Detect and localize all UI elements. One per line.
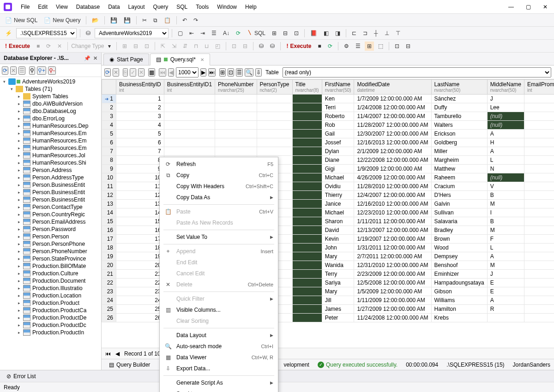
execute-button-2[interactable]: ! Execute bbox=[284, 42, 313, 51]
first-page-button[interactable]: ⏮ bbox=[159, 68, 166, 77]
grid-view-button[interactable]: ▦ bbox=[148, 68, 155, 77]
menu-tools[interactable]: Tools bbox=[192, 2, 213, 12]
tree-item-32[interactable]: ▸Production.ProductIn bbox=[0, 329, 101, 336]
tb-btn[interactable]: ⇱ bbox=[158, 42, 168, 51]
tree-item-8[interactable]: ▸HumanResources.Jol bbox=[0, 152, 101, 159]
column-BusinessEntityID[interactable]: BusinessEntityIDint bbox=[116, 80, 164, 95]
export-button[interactable]: ⇩ bbox=[255, 68, 262, 77]
close-icon[interactable]: ✕ bbox=[93, 55, 97, 61]
menu-file[interactable]: File bbox=[17, 2, 34, 12]
tb-btn[interactable]: ⇥ bbox=[198, 29, 207, 38]
first-record-button[interactable]: ⏮ bbox=[105, 350, 111, 357]
tree-item-22[interactable]: ▸Person.StateProvince bbox=[0, 255, 101, 262]
tree-item-24[interactable]: ▸Production.Culture bbox=[0, 270, 101, 277]
tb-btn[interactable]: ▢ bbox=[175, 29, 185, 38]
menu-item-data-viewer[interactable]: ▦Data ViewerCtrl+W, R bbox=[160, 352, 278, 363]
properties-button[interactable]: ☰ bbox=[18, 66, 25, 75]
menu-edit[interactable]: Edit bbox=[34, 2, 52, 12]
tree-item-31[interactable]: ▸Production.ProductDc bbox=[0, 321, 101, 329]
refresh-grid-button[interactable]: ⟳ bbox=[104, 68, 111, 77]
apply-button[interactable]: ✓ bbox=[130, 68, 136, 77]
tb-btn[interactable]: ⊞ bbox=[365, 42, 374, 51]
cancel-grid-button[interactable]: ✕ bbox=[113, 68, 119, 77]
menu-item-auto-search-mode[interactable]: 🔍Auto-search modeCtrl+I bbox=[160, 341, 278, 352]
stop-button[interactable]: ■ bbox=[315, 42, 323, 51]
tb-btn[interactable]: ◨ bbox=[333, 29, 343, 38]
table-row[interactable]: 66Jossef12/16/2013 12:00:00.000 AMGoldbe… bbox=[102, 138, 554, 147]
refresh-tree-button[interactable]: ⟳ bbox=[2, 66, 8, 75]
database-combo[interactable]: AdventureWorks2019 bbox=[95, 28, 169, 38]
column-FirstName[interactable]: FirstNamenvarchar(50) bbox=[322, 80, 354, 95]
tree-item-10[interactable]: ▸Person.Address bbox=[0, 166, 101, 174]
menu-item-send-to[interactable]: Send to▶ bbox=[160, 388, 278, 392]
tree-item-1[interactable]: ▸dbo.AWBuildVersion bbox=[0, 100, 101, 107]
table-row[interactable]: 33Roberto11/4/2007 12:00:00.000 AMTambur… bbox=[102, 112, 554, 121]
tree-item-13[interactable]: ▸Person.BusinessEntit bbox=[0, 189, 101, 196]
table-row[interactable]: 55Gail12/30/2007 12:00:00.000 AMErickson… bbox=[102, 130, 554, 138]
new-query-button[interactable]: 📄 New Query bbox=[42, 16, 83, 25]
menu-item-data-layout[interactable]: Data Layout▶ bbox=[160, 330, 278, 341]
tree-item-23[interactable]: ▸Production.BillOfMate bbox=[0, 262, 101, 270]
tb-btn[interactable]: ⛁ bbox=[268, 42, 277, 51]
close-button[interactable]: ✕ bbox=[540, 3, 550, 11]
table-row[interactable]: ➔ 11Ken1/7/2009 12:00:00.000 AMSánchezJ0 bbox=[102, 95, 554, 103]
menu-item-generate-script-as[interactable]: Generate Script As▶ bbox=[160, 377, 278, 388]
tb-btn[interactable]: ⊏ bbox=[349, 29, 359, 38]
column-EmailPromotion[interactable]: EmailPromotionint bbox=[524, 80, 554, 95]
table-row[interactable]: 77Dylan2/1/2009 12:00:00.000 AMMillerA2 bbox=[102, 147, 554, 156]
tb-btn[interactable]: ⬚ bbox=[376, 42, 385, 51]
menu-sql[interactable]: SQL bbox=[172, 2, 192, 12]
column-LastName[interactable]: LastNamenvarchar(50) bbox=[431, 80, 487, 95]
tree-item-28[interactable]: ▸Production.Product bbox=[0, 299, 101, 307]
tb-btn[interactable]: ⊟ bbox=[403, 42, 413, 51]
query-builder-tab[interactable]: ▤ Query Builder bbox=[105, 360, 154, 369]
column-PersonType[interactable]: PersonTypenchar(2) bbox=[257, 80, 292, 95]
tb-btn[interactable]: ⇲ bbox=[169, 42, 179, 51]
tree-item-6[interactable]: ▸HumanResources.Em bbox=[0, 137, 101, 144]
reject-button[interactable]: ✕ bbox=[138, 68, 145, 77]
next-page-button[interactable]: ▶ bbox=[200, 68, 206, 77]
tree-item-18[interactable]: ▸Person.Password bbox=[0, 226, 101, 233]
refresh-schema-button[interactable]: ⟳ bbox=[234, 29, 243, 38]
redo-button[interactable]: ↷ bbox=[191, 16, 200, 25]
menu-item-refresh[interactable]: ⟳RefreshF5 bbox=[160, 159, 278, 170]
limit-select[interactable]: 1000 bbox=[176, 67, 199, 77]
tb-btn[interactable]: ⊓ bbox=[192, 42, 200, 51]
save-button[interactable]: 💾 bbox=[108, 16, 120, 25]
tab-start-page[interactable]: ◉ Start Page bbox=[103, 53, 149, 65]
tb-btn[interactable]: ◧ bbox=[321, 29, 331, 38]
menu-query[interactable]: Query bbox=[149, 2, 173, 12]
tb-btn[interactable]: ⊥ bbox=[382, 29, 391, 38]
tree-item-14[interactable]: ▸Person.BusinessEntit bbox=[0, 196, 101, 203]
tb-btn[interactable]: ◰ bbox=[213, 42, 223, 51]
tb-btn[interactable]: ┼ bbox=[372, 29, 380, 38]
cut-button[interactable]: ✂ bbox=[140, 16, 149, 25]
table-row[interactable]: 44Rob11/28/2007 12:00:00.000 AMWalters(n… bbox=[102, 121, 554, 130]
open-button[interactable]: 📂 bbox=[90, 16, 101, 25]
menu-help[interactable]: Help bbox=[241, 2, 261, 12]
prev-page-button[interactable]: ◀ bbox=[168, 68, 174, 77]
menu-data[interactable]: Data bbox=[104, 2, 124, 12]
tab-query[interactable]: ▤ Query.sql* ✕ bbox=[150, 53, 210, 65]
delete-node-button[interactable]: ✕ bbox=[10, 66, 17, 75]
last-page-button[interactable]: ⏭ bbox=[208, 68, 216, 77]
tree-item-29[interactable]: ▸Production.ProductCa bbox=[0, 307, 101, 314]
paste-button[interactable]: 📋 bbox=[162, 16, 173, 25]
tb-btn[interactable]: ☰ bbox=[353, 42, 363, 51]
column-PhoneNumber[interactable]: PhoneNumbernvarchar(25) bbox=[215, 80, 257, 95]
menu-view[interactable]: View bbox=[52, 2, 72, 12]
tree-item-19[interactable]: ▸Person.Person bbox=[0, 233, 101, 240]
new-sql-button[interactable]: 📄 New SQL bbox=[3, 16, 40, 25]
prev-record-button[interactable]: ◀ bbox=[115, 350, 120, 357]
cancel-button[interactable]: ✕ bbox=[55, 42, 64, 51]
tb-btn[interactable]: ⊡ bbox=[142, 42, 151, 51]
tb-btn[interactable]: ⇤ bbox=[187, 29, 196, 38]
table-row[interactable]: 22Terri1/24/2008 12:00:00.000 AMDuffyLee… bbox=[102, 103, 554, 112]
tb-btn[interactable]: 📕 bbox=[308, 29, 319, 38]
tree-item-0[interactable]: ▸System Tables bbox=[0, 93, 101, 100]
tree-item-3[interactable]: ▸dbo.ErrorLog bbox=[0, 115, 101, 122]
menu-item-copy-data-as[interactable]: Copy Data As▶ bbox=[160, 192, 278, 203]
tree-item-30[interactable]: ▸Production.ProductDe bbox=[0, 314, 101, 321]
column-Title[interactable]: Titlenvarchar(8) bbox=[292, 80, 322, 95]
tb-btn[interactable]: ⊞ bbox=[120, 42, 129, 51]
